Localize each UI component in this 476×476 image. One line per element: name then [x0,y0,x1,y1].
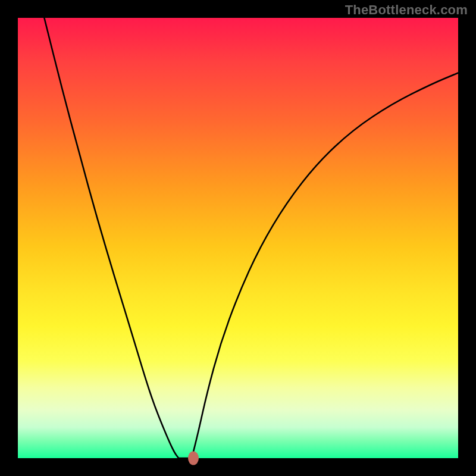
bottleneck-curve [44,18,458,458]
plot-area [18,18,458,458]
watermark-text: TheBottleneck.com [345,2,468,18]
optimum-marker [188,452,199,465]
curve-svg [18,18,458,458]
chart-frame: TheBottleneck.com [0,0,476,476]
